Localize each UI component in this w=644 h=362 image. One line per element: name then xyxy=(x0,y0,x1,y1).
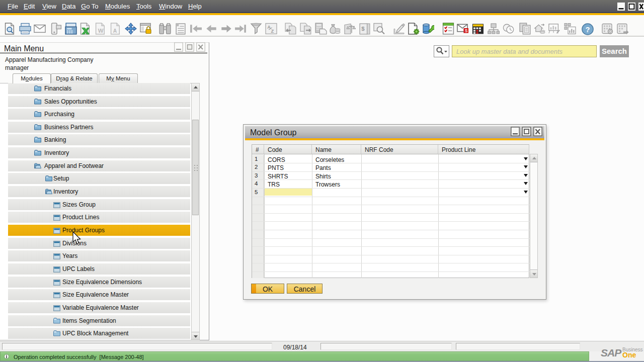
svg-text:?: ? xyxy=(585,26,590,34)
svg-text:W: W xyxy=(98,28,104,34)
svg-text:Z: Z xyxy=(271,28,274,34)
svg-text:$: $ xyxy=(361,26,365,32)
svg-text:A: A xyxy=(113,28,117,34)
svg-text:S: S xyxy=(465,28,468,33)
